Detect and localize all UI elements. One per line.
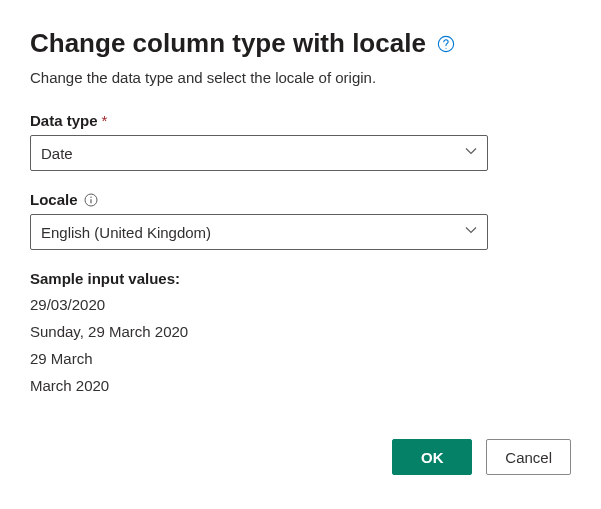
- sample-section: Sample input values: 29/03/2020 Sunday, …: [30, 270, 571, 399]
- sample-value: March 2020: [30, 372, 571, 399]
- svg-point-1: [445, 47, 446, 48]
- data-type-label-text: Data type: [30, 112, 98, 129]
- locale-label: Locale: [30, 191, 571, 208]
- sample-value: Sunday, 29 March 2020: [30, 318, 571, 345]
- dialog-title: Change column type with locale: [30, 28, 426, 59]
- sample-list: 29/03/2020 Sunday, 29 March 2020 29 Marc…: [30, 291, 571, 399]
- sample-heading: Sample input values:: [30, 270, 571, 287]
- ok-button[interactable]: OK: [392, 439, 472, 475]
- required-asterisk: *: [102, 112, 108, 129]
- info-icon[interactable]: [84, 193, 98, 207]
- dialog-subtitle: Change the data type and select the loca…: [30, 69, 571, 86]
- data-type-selected-value: Date: [41, 145, 73, 162]
- locale-select-wrap: English (United Kingdom): [30, 214, 488, 250]
- sample-value: 29 March: [30, 345, 571, 372]
- cancel-button[interactable]: Cancel: [486, 439, 571, 475]
- locale-field: Locale English (United Kingdom): [30, 191, 571, 250]
- locale-selected-value: English (United Kingdom): [41, 224, 211, 241]
- data-type-select-wrap: Date: [30, 135, 488, 171]
- sample-value: 29/03/2020: [30, 291, 571, 318]
- locale-select[interactable]: English (United Kingdom): [30, 214, 488, 250]
- data-type-label: Data type *: [30, 112, 571, 129]
- dialog-header: Change column type with locale: [30, 28, 571, 59]
- data-type-field: Data type * Date: [30, 112, 571, 171]
- help-icon[interactable]: [436, 34, 456, 54]
- locale-label-text: Locale: [30, 191, 78, 208]
- data-type-select[interactable]: Date: [30, 135, 488, 171]
- svg-point-3: [90, 196, 91, 197]
- button-row: OK Cancel: [30, 439, 571, 475]
